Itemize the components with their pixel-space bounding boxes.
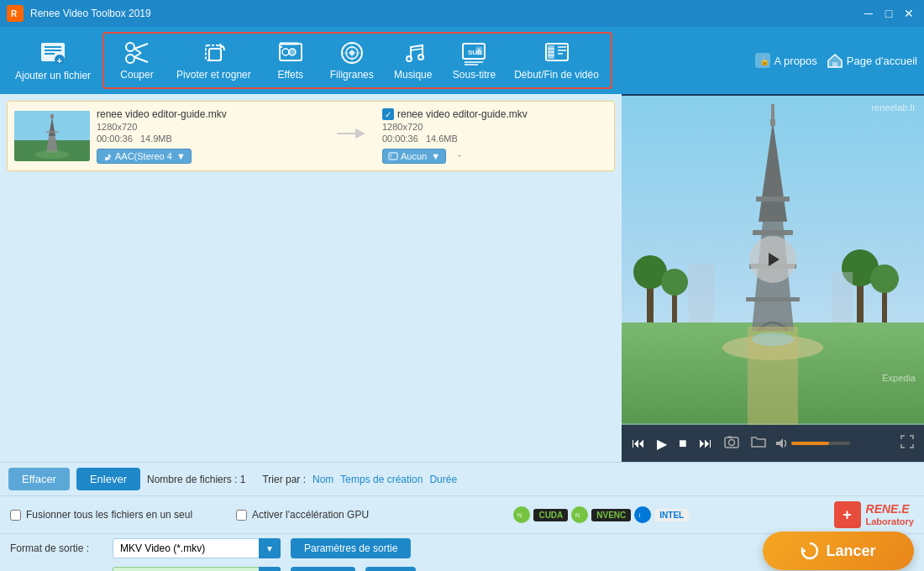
format-select-wrap: MKV Video (*.mkv) ▼ [113, 538, 281, 558]
format-label: Format de sortie : [10, 542, 102, 554]
camera-button[interactable] [721, 432, 743, 454]
app-title: Renee Video Toolbox 2019 [30, 8, 860, 19]
gpu-checkbox-row: Activer l'accélération GPU [236, 509, 369, 521]
dossier-select[interactable]: Sous le dossier d'origine [113, 567, 281, 571]
volume-level [791, 442, 830, 445]
page-accueil-label: Page d'accueil [847, 55, 917, 67]
file-panel: renee video editor-guide.mkv 1280x720 00… [0, 94, 622, 462]
output-duration-size: 00:00:36 14.6MB [382, 134, 607, 144]
svg-rect-73 [756, 196, 790, 202]
fusionner-checkbox[interactable] [10, 510, 21, 521]
toolbar: + Ajouter un fichier Couper [0, 27, 924, 94]
main-area: renee video editor-guide.mkv 1280x720 00… [0, 94, 924, 462]
window-controls: ─ □ ✕ [860, 5, 917, 22]
dossier-select-arrow[interactable]: ▼ [259, 567, 281, 571]
video-controls: ⏮ ▶ ■ ⏭ [622, 425, 924, 462]
thumbnail-image [14, 111, 90, 161]
parcourir-button[interactable]: Parcourir [291, 567, 355, 571]
input-filename: renee video editor-guide.mkv [97, 108, 322, 120]
fusionner-label: Fusionner tous les fichiers en un seul [26, 509, 192, 521]
audio-select[interactable]: AAC(Stereo 4 ▼ [97, 149, 192, 164]
svg-line-11 [134, 57, 148, 62]
close-button[interactable]: ✕ [900, 5, 917, 22]
pivoter-button[interactable]: Pivoter et rogner [168, 37, 260, 84]
svg-point-70 [870, 265, 899, 293]
output-checkbox[interactable]: ✓ [382, 108, 394, 120]
play-button[interactable] [749, 236, 796, 283]
ouvrir-button[interactable]: Ouvrir [365, 567, 417, 571]
file-item: renee video editor-guide.mkv 1280x720 00… [7, 101, 615, 171]
add-file-button[interactable]: + Ajouter un fichier [7, 34, 99, 86]
input-controls: AAC(Stereo 4 ▼ [97, 149, 322, 164]
sous-titre-button[interactable]: SUB T Sous-titre [444, 37, 504, 84]
gpu-badges: N CUDA N NVENC i INTEL [513, 506, 689, 523]
gpu-settings-row: Fusionner tous les fichiers en un seul A… [0, 496, 924, 534]
lancer-button[interactable]: Lancer [763, 532, 914, 570]
page-accueil-button[interactable]: Page d'accueil [827, 53, 917, 68]
cuda-badge[interactable]: CUDA [533, 509, 568, 521]
svg-point-55 [105, 157, 108, 160]
svg-point-27 [418, 55, 423, 60]
format-select[interactable]: MKV Video (*.mkv) [113, 538, 281, 558]
svg-point-66 [661, 269, 688, 296]
debut-fin-label: Début/Fin de vidéo [514, 69, 599, 81]
enlever-button[interactable]: Enlever [76, 468, 140, 490]
skip-back-button[interactable]: ⏮ [628, 434, 648, 453]
fullscreen-button[interactable] [897, 433, 917, 453]
svg-rect-4 [45, 50, 61, 51]
svg-rect-86 [728, 436, 732, 438]
tools-group: Couper Pivoter et rogner Effets [102, 32, 612, 89]
format-row: Format de sortie : MKV Video (*.mkv) ▼ P… [0, 534, 924, 563]
svg-point-9 [126, 43, 134, 51]
renee-laboratory-logo: + RENE.E Laboratory [834, 501, 914, 528]
skip-forward-button[interactable]: ⏭ [696, 434, 716, 453]
subtitle-select[interactable]: T Aucun ▼ [382, 149, 446, 164]
output-controls: T Aucun ▼ - [382, 149, 607, 164]
effacer-button[interactable]: Effacer [8, 468, 70, 490]
params-button[interactable]: Paramètres de sortie [291, 538, 411, 558]
subtitle-label: Aucun [401, 151, 427, 161]
sort-duree-button[interactable]: Durée [429, 474, 457, 485]
maximize-button[interactable]: □ [880, 5, 897, 22]
output-resolution: 1280x720 [382, 122, 607, 132]
volume-control [774, 437, 892, 450]
svg-rect-82 [832, 272, 853, 322]
couper-button[interactable]: Couper [108, 37, 166, 84]
svg-text:+: + [57, 55, 62, 65]
audio-label: AAC(Stereo 4 [115, 151, 172, 161]
output-dash: - [458, 149, 461, 164]
nvidia-icon: N [513, 506, 530, 523]
intel-badge[interactable]: INTEL [654, 509, 689, 521]
minimize-button[interactable]: ─ [860, 5, 877, 22]
svg-text:N: N [575, 512, 580, 518]
sous-titre-label: Sous-titre [453, 69, 496, 81]
apropos-button[interactable]: 🔒 A propos [755, 53, 817, 68]
svg-rect-5 [45, 53, 55, 55]
nvenc-badge[interactable]: NVENC [591, 509, 631, 521]
svg-rect-45 [832, 62, 837, 67]
video-watermark: reneelab.fr [871, 102, 916, 113]
sort-nom-button[interactable]: Nom [312, 474, 333, 485]
format-select-arrow[interactable]: ▼ [259, 538, 281, 558]
effets-button[interactable]: Effets [261, 37, 320, 84]
sort-temps-button[interactable]: Temps de création [340, 474, 423, 485]
debut-fin-button[interactable]: Début/Fin de vidéo [506, 37, 607, 84]
svg-point-17 [282, 49, 289, 55]
conversion-arrow [335, 123, 369, 149]
output-file-info: ✓ renee video editor-guide.mkv 1280x720 … [382, 108, 607, 164]
play-pause-button[interactable]: ▶ [654, 434, 670, 453]
svg-rect-14 [206, 45, 221, 60]
musique-button[interactable]: Musique [384, 37, 443, 84]
filigranes-label: Filigranes [330, 69, 374, 81]
folder-button[interactable] [748, 432, 769, 454]
stop-button[interactable]: ■ [675, 434, 690, 453]
svg-rect-3 [45, 46, 61, 48]
gpu-checkbox[interactable] [236, 510, 247, 521]
action-bar: Effacer Enlever Nombre de fichiers : 1 T… [0, 463, 924, 496]
svg-text:R: R [11, 9, 18, 18]
svg-line-12 [134, 49, 141, 53]
svg-text:🔒: 🔒 [759, 55, 770, 66]
input-file-info: renee video editor-guide.mkv 1280x720 00… [97, 108, 322, 164]
volume-slider[interactable] [791, 442, 850, 445]
filigranes-button[interactable]: Filigranes [322, 37, 382, 84]
